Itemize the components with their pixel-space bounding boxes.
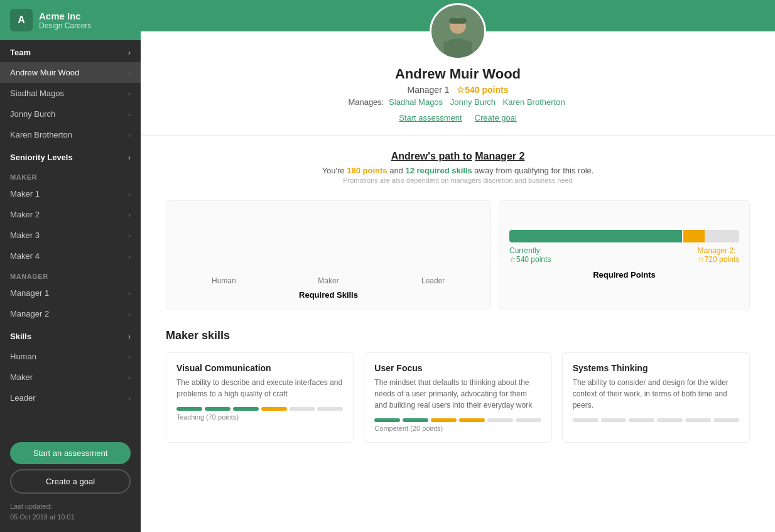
required-points-title: Required Points — [509, 270, 739, 280]
skill-desc: The ability to consider and design for t… — [573, 377, 739, 411]
skill-card-user-focus: User Focus The mindset that defaults to … — [364, 352, 551, 443]
team-chevron-icon: › — [128, 48, 131, 57]
seniority-section-header[interactable]: Seniority Levels › — [0, 145, 141, 167]
chevron-icon: › — [128, 90, 131, 97]
chart-points: Currently: ☆540 points Manager 2: ☆720 p… — [499, 200, 750, 310]
avatar-wrapper — [166, 3, 750, 60]
sidebar-item-maker3[interactable]: Maker 3 › — [0, 225, 141, 246]
sidebar-item-andrew[interactable]: Andrew Muir Wood › — [0, 62, 141, 83]
skill-card-systems-thinking: Systems Thinking The ability to consider… — [562, 352, 750, 443]
skill-bar — [573, 418, 599, 422]
profile-actions: Start assessment Create goal — [166, 113, 750, 122]
create-goal-button[interactable]: Create a goal — [10, 469, 131, 494]
points-labels: Currently: ☆540 points Manager 2: ☆720 p… — [509, 246, 739, 264]
chevron-icon: › — [128, 69, 131, 77]
points-bar-container: Currently: ☆540 points Manager 2: ☆720 p… — [509, 230, 739, 264]
bar-chart — [176, 211, 480, 268]
chevron-icon: › — [128, 290, 131, 297]
skill-bar — [685, 418, 711, 422]
human-label: Human — [176, 276, 271, 285]
start-assessment-link[interactable]: Start assessment — [399, 113, 462, 122]
skill-bar — [487, 418, 513, 422]
last-updated: Last updated: 05 Oct 2018 at 10:01 — [10, 501, 131, 522]
chart-skills: Human Maker Leader Required Skills — [166, 200, 491, 310]
points-bar-track — [509, 230, 739, 242]
sidebar-item-karen[interactable]: Karen Brotherton › — [0, 124, 141, 145]
sidebar-item-maker2[interactable]: Maker 2 › — [0, 204, 141, 225]
skill-bar — [403, 418, 428, 422]
team-label: Team — [10, 48, 31, 57]
profile-name: Andrew Muir Wood — [166, 66, 750, 82]
skill-bar — [629, 418, 654, 422]
skills-section-header[interactable]: Skills › — [0, 324, 141, 346]
sidebar-header[interactable]: A Acme Inc Design Careers — [0, 0, 141, 40]
svg-rect-3 — [444, 41, 472, 53]
manager2-points-label: Manager 2: ☆720 points — [698, 246, 739, 264]
sidebar-item-leader[interactable]: Leader › — [0, 388, 141, 408]
skill-name: User Focus — [374, 363, 541, 373]
company-logo: A — [10, 9, 33, 31]
skill-points-label: Competent (20 points) — [374, 425, 541, 432]
chevron-icon: › — [128, 131, 131, 139]
chevron-icon: › — [128, 252, 131, 260]
sidebar: A Acme Inc Design Careers Team › Andrew … — [0, 0, 141, 532]
chevron-icon: › — [128, 111, 131, 118]
avatar — [430, 3, 486, 60]
skill-bars — [374, 418, 541, 422]
leader-label: Leader — [386, 276, 480, 285]
skills-section-title: Maker skills — [166, 329, 750, 342]
skill-bar — [233, 407, 259, 411]
manages-karen[interactable]: Karen Brotherton — [503, 97, 565, 107]
manages-siadhal[interactable]: Siadhal Magos — [389, 97, 443, 107]
profile-section: Andrew Muir Wood Manager 1 ☆540 points M… — [141, 3, 775, 136]
start-assessment-button[interactable]: Start an assessment — [10, 442, 131, 464]
points-bar-current — [509, 230, 682, 242]
maker-group-label: MAKER — [0, 167, 141, 183]
skill-bars — [176, 407, 343, 411]
sidebar-item-siadhal[interactable]: Siadhal Magos › — [0, 83, 141, 104]
seniority-label: Seniority Levels — [10, 153, 73, 162]
skills-chevron-icon: › — [128, 332, 131, 341]
sidebar-item-maker-skill[interactable]: Maker › — [0, 367, 141, 388]
sidebar-item-human[interactable]: Human › — [0, 346, 141, 367]
maker-label: Maker — [281, 276, 376, 285]
skill-bar — [205, 407, 230, 411]
chevron-icon: › — [128, 211, 131, 219]
manages-jonny[interactable]: Jonny Burch — [450, 97, 496, 107]
path-section: Andrew's path to Manager 2 You're 180 po… — [141, 136, 775, 200]
required-skills-title: Required Skills — [176, 290, 480, 300]
path-note: Promotions are also dependent on manager… — [166, 176, 750, 184]
chevron-icon: › — [128, 394, 131, 402]
points-bar-extra — [682, 230, 705, 242]
profile-title: Manager 1 ☆540 points — [166, 85, 750, 95]
seniority-chevron-icon: › — [128, 153, 131, 162]
chevron-icon: › — [128, 190, 131, 198]
svg-rect-5 — [449, 18, 467, 24]
skill-desc: The mindset that defaults to thinking ab… — [374, 377, 541, 411]
sidebar-item-manager1[interactable]: Manager 1 › — [0, 283, 141, 303]
skills-section: Maker skills Visual Communication The ab… — [141, 323, 775, 462]
points-bar-divider — [682, 230, 683, 242]
skill-bar — [601, 418, 627, 422]
skill-name: Visual Communication — [176, 363, 343, 373]
skill-bar — [176, 407, 202, 411]
profile-manages: Manages: Siadhal Magos Jonny Burch Karen… — [166, 97, 750, 107]
sidebar-item-maker1[interactable]: Maker 1 › — [0, 183, 141, 204]
skills-grid: Visual Communication The ability to desc… — [166, 352, 750, 443]
chevron-icon: › — [128, 232, 131, 239]
sidebar-item-manager2[interactable]: Manager 2 › — [0, 303, 141, 324]
sidebar-item-maker4[interactable]: Maker 4 › — [0, 246, 141, 266]
team-section-header[interactable]: Team › — [0, 40, 141, 62]
charts-row: Human Maker Leader Required Skills Curre… — [141, 200, 775, 323]
current-points-label: Currently: ☆540 points — [509, 246, 551, 264]
skill-bar — [459, 418, 485, 422]
skill-bar — [713, 418, 739, 422]
company-name: Acme Inc — [39, 11, 91, 21]
create-goal-link[interactable]: Create goal — [475, 113, 517, 122]
skill-name: Systems Thinking — [573, 363, 739, 373]
main-content: Andrew Muir Wood Manager 1 ☆540 points M… — [141, 0, 775, 532]
skills-label: Skills — [10, 332, 31, 341]
path-subtitle: You're 180 points and 12 required skills… — [166, 166, 750, 175]
sidebar-item-jonny[interactable]: Jonny Burch › — [0, 104, 141, 124]
skill-card-visual-communication: Visual Communication The ability to desc… — [166, 352, 354, 443]
